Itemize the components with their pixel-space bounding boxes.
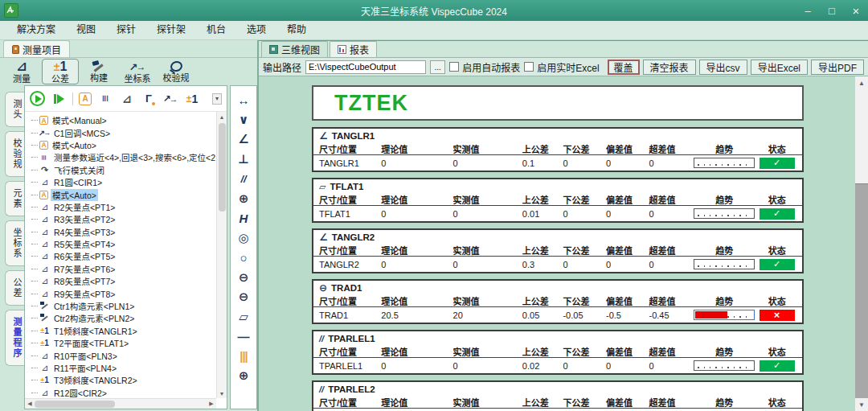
column-header: 超差值	[649, 345, 693, 358]
position-icon[interactable]: ⊕	[231, 189, 256, 209]
corner-point-icon[interactable]	[141, 91, 157, 107]
scroll-up-icon[interactable]: ▲	[219, 112, 225, 121]
profile-line-icon[interactable]: ∨	[231, 110, 256, 130]
side-tab[interactable]: 坐标系	[5, 220, 24, 266]
menu-item[interactable]: 探针架	[146, 21, 196, 39]
report-action-button[interactable]: 导出PDF	[811, 60, 864, 75]
side-tab[interactable]: 元素	[5, 181, 24, 216]
tree-item[interactable]: Ctr2构造元素<PLN2>	[31, 312, 215, 324]
ribbon-item[interactable]: 构建	[80, 59, 117, 84]
straightness-icon[interactable]: —	[231, 327, 256, 347]
tolerance-icon[interactable]	[184, 91, 200, 107]
scroll-right-icon[interactable]: ▶	[207, 401, 216, 407]
trend-bar	[694, 259, 755, 269]
report-action-button[interactable]: 导出Excel	[751, 60, 808, 75]
cylindricity-icon[interactable]: ⊖	[231, 268, 256, 288]
tree-item[interactable]: R2矢量点<PT1>	[31, 201, 215, 213]
menu-item[interactable]: 探针	[106, 21, 146, 39]
report-action-button[interactable]: 清空报表	[643, 60, 696, 75]
column-header: 趋势	[692, 142, 756, 155]
tree-item[interactable]: Ctr1构造元素<PLN1>	[31, 300, 215, 312]
caliper-icon	[39, 177, 50, 187]
table-title-row: TPARLEL1	[313, 332, 802, 345]
measure-params-icon[interactable]	[97, 91, 113, 107]
radius-icon[interactable]: ⊖	[231, 287, 256, 307]
measure-element-icon[interactable]	[119, 91, 135, 107]
menu-item[interactable]: 解决方案	[6, 21, 66, 39]
scroll-thumb[interactable]	[855, 89, 868, 184]
bars-icon[interactable]: |||	[231, 347, 256, 367]
tree-horizontal-scrollbar[interactable]: ◀ ▶	[25, 398, 216, 409]
output-path-input[interactable]	[305, 60, 426, 74]
tree-item[interactable]: T1倾斜度<TANGLR1>	[31, 325, 215, 337]
side-tab[interactable]: 公差	[5, 270, 24, 306]
tree-item[interactable]: 飞行模式关闭	[31, 164, 215, 176]
table-data-row: TRAD1 20.5 20 0.05 -0.05 -0.5 -0.45	[313, 307, 802, 323]
menu-item[interactable]: 选项	[236, 21, 276, 39]
scroll-down-icon[interactable]: ▼	[219, 388, 225, 398]
circularity-icon[interactable]: ○	[231, 248, 256, 268]
tab-report[interactable]: 报表	[330, 41, 377, 57]
tree-item[interactable]: R10平面<PLN3>	[31, 349, 215, 361]
run-button-icon[interactable]	[30, 91, 45, 106]
ribbon-item[interactable]: 测量	[3, 59, 40, 84]
browse-button[interactable]: ...	[430, 60, 445, 74]
symmetry-icon[interactable]: H	[231, 208, 256, 228]
scroll-thumb[interactable]	[219, 123, 226, 212]
tree-item[interactable]: R1圆<CIR1>	[31, 176, 215, 188]
report-logo-block: TZTEK	[312, 85, 804, 121]
tree-item[interactable]: R12圆<CIR2>	[31, 387, 215, 399]
angularity-icon[interactable]: ∠	[231, 129, 256, 150]
distance-icon[interactable]: ↔	[231, 90, 256, 110]
ribbon-item[interactable]: 校验规	[158, 59, 194, 84]
report-action-button[interactable]: 导出csv	[699, 60, 747, 75]
caliper-icon	[39, 264, 50, 274]
tree-item[interactable]: R11平面<PLN4>	[31, 362, 215, 374]
menu-item[interactable]: 帮助	[276, 21, 317, 39]
scroll-up-icon[interactable]: ▲	[855, 76, 868, 89]
side-tab[interactable]: 测量程序	[5, 310, 24, 366]
auto-mode-icon[interactable]	[79, 92, 92, 105]
report-action-button[interactable]: 覆盖	[608, 60, 640, 75]
tree-item[interactable]: R4矢量点<PT3>	[31, 226, 215, 238]
cell-measured: 0	[453, 158, 522, 168]
tree-item[interactable]: R8矢量点<PT7>	[31, 275, 215, 287]
coordinate-icon[interactable]	[162, 91, 178, 107]
tree-item[interactable]: R9矢量点<PT8>	[31, 287, 215, 299]
side-tab[interactable]: 测头	[5, 92, 24, 127]
position-circle-icon[interactable]: ⊕	[231, 366, 256, 386]
enable-auto-report-checkbox[interactable]	[449, 62, 459, 72]
tree-item[interactable]: 模式<Auto>	[31, 139, 215, 151]
tree-item[interactable]: T3倾斜度<TANGLR2>	[31, 374, 215, 386]
step-run-button-icon[interactable]	[51, 91, 67, 107]
menu-item[interactable]: 视图	[66, 21, 106, 39]
tab-3d-view[interactable]: 三维视图	[261, 41, 328, 57]
tree-item[interactable]: R5矢量点<PT4>	[31, 238, 215, 250]
side-tab[interactable]: 校验规	[5, 131, 24, 177]
flatness-icon[interactable]: ▱	[231, 307, 256, 327]
concentricity-icon[interactable]: ◎	[231, 228, 256, 249]
status-badge	[760, 158, 795, 169]
enable-realtime-excel-checkbox[interactable]	[524, 62, 534, 72]
ribbon-item[interactable]: 坐标系	[119, 59, 156, 84]
tab-measure-project[interactable]: 测量项目	[3, 40, 70, 57]
tree-item[interactable]: R7矢量点<PT6>	[31, 263, 215, 275]
tree-vertical-scrollbar[interactable]: ▲ ▼	[216, 112, 227, 398]
table-data-row: TPARLEL1 0 0 0.02 0 0 0	[313, 358, 802, 373]
perpendicularity-icon[interactable]: ⊥	[231, 150, 256, 170]
report-vertical-scrollbar[interactable]: ▲ ▼	[855, 76, 868, 411]
tree-item[interactable]: R6矢量点<PT5>	[31, 250, 215, 262]
tree-item[interactable]: R3矢量点<PT2>	[31, 213, 215, 225]
menu-item[interactable]: 机台	[196, 21, 236, 39]
tree-item[interactable]: C1回调<MCS>	[31, 126, 215, 138]
tree-item[interactable]: T2平面度<TFLAT1>	[31, 337, 215, 349]
tree-item[interactable]: 模式<Manual>	[31, 114, 215, 126]
toolbar-overflow-icon[interactable]	[212, 93, 222, 105]
scroll-down-icon[interactable]: ▼	[855, 398, 868, 411]
scroll-left-icon[interactable]: ◀	[25, 401, 35, 407]
tree-item[interactable]: 测量参数逼近<4>,回退<3>,搜索<6>,定位<2:	[31, 151, 215, 163]
tree-item[interactable]: 模式<Auto>	[31, 188, 215, 200]
ribbon-item[interactable]: 公差	[42, 59, 79, 84]
parallelism-icon[interactable]: //	[231, 169, 256, 189]
scroll-thumb[interactable]	[35, 401, 115, 408]
